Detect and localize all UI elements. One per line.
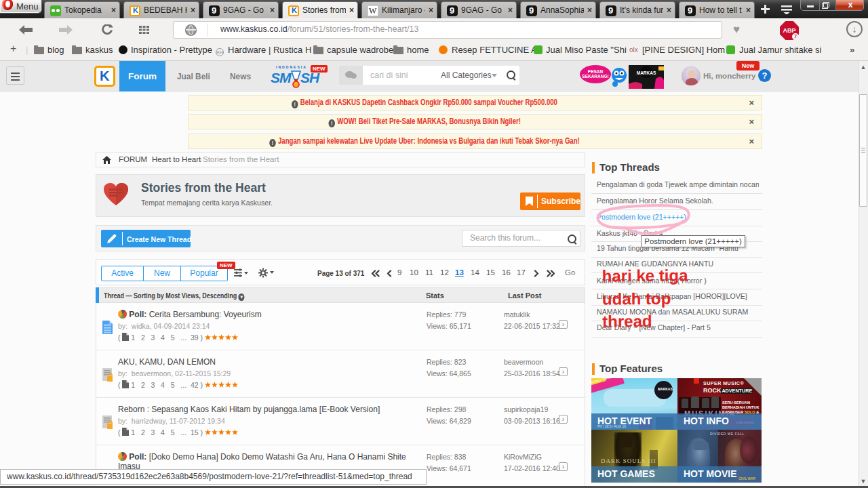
svg-text:MARKAS: MARKAS [637, 70, 656, 75]
